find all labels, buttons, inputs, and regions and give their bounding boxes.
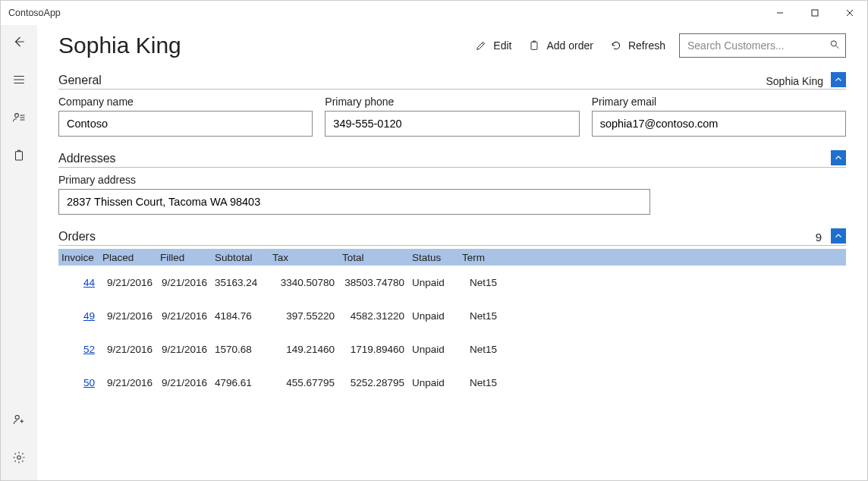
add-order-label: Add order	[546, 39, 593, 52]
cell-status: Unpaid	[412, 344, 462, 355]
back-icon	[12, 35, 26, 49]
svg-rect-5	[16, 152, 23, 160]
col-invoice: Invoice	[61, 252, 102, 263]
app-window: ContosoApp	[0, 0, 868, 481]
menu-icon	[12, 73, 26, 86]
cell-total: 4582.31220	[342, 310, 412, 322]
close-button[interactable]	[832, 1, 867, 25]
invoice-link[interactable]: 50	[83, 377, 95, 388]
table-row[interactable]: 449/21/20169/21/201635163.243340.5078038…	[58, 266, 846, 299]
minimize-button[interactable]	[763, 1, 797, 25]
add-order-button[interactable]: Add order	[528, 39, 593, 52]
section-addresses-header: Addresses	[58, 150, 846, 168]
orders-table: Invoice Placed Filled Subtotal Tax Total…	[58, 249, 846, 399]
table-row[interactable]: 529/21/20169/21/20161570.68149.214601719…	[58, 332, 846, 366]
package-icon	[12, 149, 26, 162]
field-company: Company name	[58, 93, 313, 137]
page-header: Sophia King Edit Add order Refresh	[58, 33, 846, 58]
cell-subtotal: 4184.76	[215, 310, 272, 322]
field-phone: Primary phone	[325, 93, 579, 137]
orders-table-header[interactable]: Invoice Placed Filled Subtotal Tax Total…	[58, 249, 846, 266]
titlebar: ContosoApp	[1, 1, 867, 25]
cell-status: Unpaid	[412, 377, 462, 388]
page-title: Sophia King	[58, 33, 181, 58]
cell-subtotal: 4796.61	[215, 377, 272, 388]
invoice-link[interactable]: 44	[83, 277, 95, 288]
cell-term: Net15	[462, 310, 505, 322]
field-email: Primary email	[592, 93, 846, 137]
menu-button[interactable]	[4, 66, 34, 93]
email-label: Primary email	[592, 96, 846, 108]
cell-tax: 455.67795	[272, 377, 342, 388]
cell-total: 1719.89460	[342, 344, 412, 355]
cell-placed: 9/21/2016	[102, 344, 160, 355]
section-general-title: General	[58, 74, 102, 87]
cell-status: Unpaid	[412, 310, 462, 322]
phone-input[interactable]	[325, 111, 579, 137]
cell-filled: 9/21/2016	[160, 344, 215, 355]
maximize-button[interactable]	[797, 1, 832, 25]
field-primary-address: Primary address	[58, 171, 650, 215]
cell-placed: 9/21/2016	[102, 277, 160, 288]
cell-subtotal: 35163.24	[215, 277, 272, 288]
svg-point-6	[15, 415, 19, 419]
cell-placed: 9/21/2016	[102, 310, 160, 322]
orders-table-body: 449/21/20169/21/201635163.243340.5078038…	[58, 266, 846, 399]
window-title: ContosoApp	[8, 8, 61, 18]
email-input[interactable]	[592, 111, 846, 137]
svg-rect-1	[812, 10, 818, 16]
refresh-label: Refresh	[628, 39, 665, 52]
table-row[interactable]: 499/21/20169/21/20164184.76397.552204582…	[58, 299, 846, 332]
add-user-nav[interactable]	[4, 406, 34, 433]
addresses-fields: Primary address	[58, 171, 846, 215]
edit-label: Edit	[493, 39, 511, 52]
col-total: Total	[342, 252, 412, 263]
section-orders-header: Orders 9	[58, 228, 846, 246]
primary-address-label: Primary address	[58, 174, 650, 186]
settings-icon	[12, 451, 26, 464]
add-user-icon	[12, 413, 26, 426]
cell-filled: 9/21/2016	[160, 277, 215, 288]
customers-nav[interactable]	[4, 104, 34, 131]
cell-total: 5252.28795	[342, 377, 412, 388]
table-row[interactable]: 509/21/20169/21/20164796.61455.677955252…	[58, 366, 846, 399]
cell-total: 38503.74780	[342, 277, 412, 288]
cell-status: Unpaid	[412, 277, 462, 288]
cell-term: Net15	[462, 277, 505, 288]
refresh-button[interactable]: Refresh	[610, 39, 665, 52]
collapse-orders-button[interactable]	[831, 228, 846, 244]
pencil-icon	[475, 39, 487, 52]
orders-count: 9	[816, 231, 822, 244]
company-input[interactable]	[58, 111, 313, 137]
svg-point-7	[17, 456, 21, 460]
company-label: Company name	[58, 96, 313, 108]
svg-rect-8	[531, 42, 537, 49]
invoice-link[interactable]: 52	[83, 344, 95, 355]
edit-button[interactable]: Edit	[475, 39, 511, 52]
col-placed: Placed	[102, 252, 160, 263]
settings-nav[interactable]	[4, 444, 34, 471]
primary-address-input[interactable]	[58, 189, 650, 215]
col-status: Status	[412, 252, 462, 263]
col-filled: Filled	[160, 252, 215, 263]
cell-tax: 149.21460	[272, 344, 342, 355]
cell-tax: 3340.50780	[272, 277, 342, 288]
chevron-up-icon	[834, 153, 843, 162]
back-button[interactable]	[4, 28, 34, 55]
collapse-addresses-button[interactable]	[831, 150, 846, 165]
people-icon	[12, 111, 26, 124]
search-wrap	[679, 33, 846, 58]
section-orders-title: Orders	[58, 230, 96, 244]
collapse-general-button[interactable]	[831, 72, 846, 87]
clipboard-icon	[528, 39, 540, 52]
section-general-header: General Sophia King	[58, 72, 846, 90]
cell-tax: 397.55220	[272, 310, 342, 322]
general-fields: Company name Primary phone Primary email	[58, 93, 846, 137]
search-input[interactable]	[679, 33, 846, 58]
chevron-up-icon	[834, 75, 843, 84]
invoice-link[interactable]: 49	[83, 310, 95, 322]
cell-placed: 9/21/2016	[102, 377, 160, 388]
orders-nav[interactable]	[4, 142, 34, 169]
cell-term: Net15	[462, 377, 505, 388]
svg-point-4	[15, 114, 19, 118]
